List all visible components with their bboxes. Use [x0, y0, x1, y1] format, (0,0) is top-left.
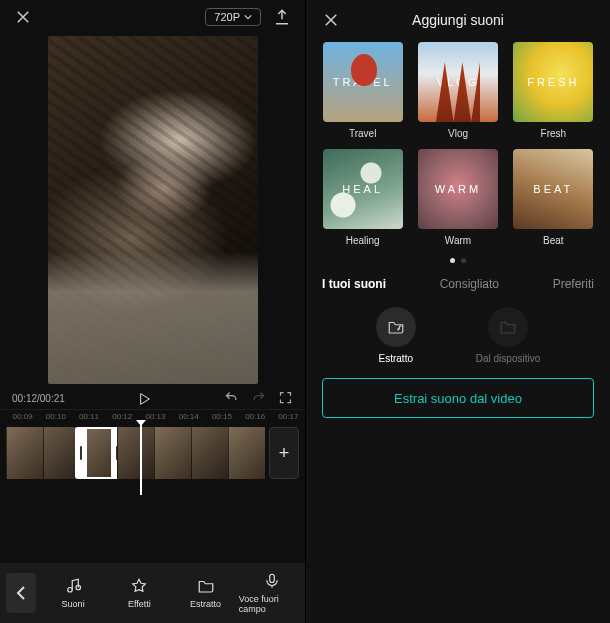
close-icon[interactable] — [320, 9, 342, 31]
panel-title: Aggiungi suoni — [342, 12, 574, 28]
sound-sources: Estratto Dal dispositivo — [306, 307, 610, 364]
undo-icon — [224, 390, 239, 405]
genre-thumb: VLOG — [418, 42, 498, 122]
genre-thumb: HEAL — [323, 149, 403, 229]
genre-travel[interactable]: TRAVEL Travel — [320, 42, 405, 139]
folder-icon — [197, 577, 215, 595]
svg-rect-2 — [270, 574, 275, 582]
source-device[interactable]: Dal dispositivo — [476, 307, 540, 364]
clip-thumb[interactable] — [6, 427, 43, 479]
tool-effects[interactable]: Effetti — [106, 577, 172, 609]
add-clip-button[interactable]: + — [269, 427, 299, 479]
resolution-label: 720P — [214, 11, 240, 23]
fullscreen-button[interactable] — [278, 390, 293, 407]
genre-thumb: FRESH — [513, 42, 593, 122]
bottom-toolbar: Suoni Effetti Estratto Voce fuori campo — [0, 563, 305, 623]
clip-strip[interactable]: + — [6, 427, 299, 479]
play-button[interactable] — [75, 391, 214, 407]
genre-thumb: BEAT — [513, 149, 593, 229]
tab-recommended[interactable]: Consigliato — [440, 277, 499, 291]
genre-beat[interactable]: BEAT Beat — [511, 149, 596, 246]
fullscreen-icon — [278, 390, 293, 405]
play-icon — [136, 391, 152, 407]
editor-top-bar: 720P — [0, 0, 305, 34]
back-button[interactable] — [6, 573, 36, 613]
clip-thumb-selected[interactable] — [80, 427, 117, 479]
export-icon[interactable] — [271, 6, 293, 28]
genre-grid: TRAVEL Travel VLOG Vlog FRESH Fresh HEAL… — [306, 40, 610, 246]
extract-sound-button[interactable]: Estrai suono dal video — [322, 378, 594, 418]
dot-1[interactable] — [450, 258, 455, 263]
chevron-left-icon — [16, 586, 26, 600]
genre-warm[interactable]: WARM Warm — [415, 149, 500, 246]
clip-thumb[interactable] — [228, 427, 265, 479]
source-extracted[interactable]: Estratto — [376, 307, 416, 364]
folder-music-icon — [387, 318, 405, 336]
music-note-icon — [64, 577, 82, 595]
page-dots[interactable] — [306, 258, 610, 263]
undo-button[interactable] — [224, 390, 239, 407]
video-preview[interactable] — [48, 36, 258, 384]
folder-icon — [499, 318, 517, 336]
tool-sounds[interactable]: Suoni — [40, 577, 106, 609]
time-display: 00:12/00:21 — [12, 393, 65, 404]
resolution-selector[interactable]: 720P — [205, 8, 261, 26]
transport-bar: 00:12/00:21 — [0, 384, 305, 409]
tab-your-sounds[interactable]: I tuoi suoni — [322, 277, 386, 291]
tab-favorites[interactable]: Preferiti — [553, 277, 594, 291]
tool-extract[interactable]: Estratto — [173, 577, 239, 609]
timeline-ruler[interactable]: 00:09 00:10 00:11 00:12 00:13 00:14 00:1… — [0, 409, 305, 423]
dot-2[interactable] — [461, 258, 466, 263]
trim-handle-left[interactable] — [75, 427, 87, 479]
tool-voiceover[interactable]: Voce fuori campo — [239, 572, 305, 614]
sound-tabs: I tuoi suoni Consigliato Preferiti — [306, 271, 610, 301]
playhead[interactable] — [140, 423, 142, 495]
clip-thumb[interactable] — [154, 427, 191, 479]
timeline-track[interactable]: + — [0, 423, 305, 495]
redo-button[interactable] — [251, 390, 266, 407]
sounds-top-bar: Aggiungi suoni — [306, 0, 610, 40]
redo-icon — [251, 390, 266, 405]
svg-point-0 — [68, 588, 73, 593]
clip-thumb[interactable] — [117, 427, 154, 479]
genre-healing[interactable]: HEAL Healing — [320, 149, 405, 246]
add-sounds-pane: Aggiungi suoni TRAVEL Travel VLOG Vlog F… — [305, 0, 610, 623]
star-icon — [130, 577, 148, 595]
genre-thumb: TRAVEL — [323, 42, 403, 122]
genre-vlog[interactable]: VLOG Vlog — [415, 42, 500, 139]
chevron-down-icon — [244, 13, 252, 21]
close-icon[interactable] — [12, 6, 34, 28]
microphone-icon — [263, 572, 281, 590]
video-editor-pane: 720P 00:12/00:21 00:09 00:10 00:11 00:12… — [0, 0, 305, 623]
clip-thumb[interactable] — [191, 427, 228, 479]
genre-fresh[interactable]: FRESH Fresh — [511, 42, 596, 139]
genre-thumb: WARM — [418, 149, 498, 229]
